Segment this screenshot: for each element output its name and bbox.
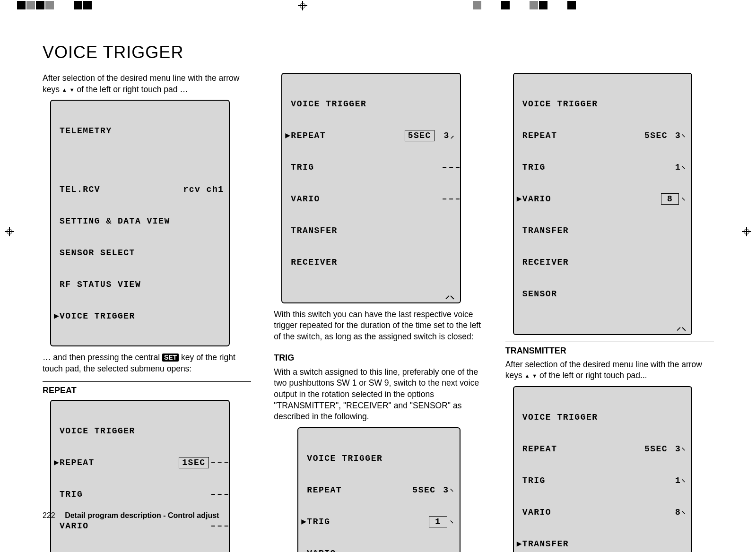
lcd-line: VARIO <box>307 548 336 552</box>
lcd-value: 5SEC <box>639 130 668 141</box>
lcd-switch: 3 <box>436 485 449 496</box>
text: of the left or right touch pad … <box>75 85 188 94</box>
switch-up-icon <box>682 131 686 140</box>
lcd-voice-trigger-repeat-5sec: VOICE TRIGGER ▶REPEAT5SEC3 TRIG––– VARIO… <box>281 73 461 303</box>
print-marks-top <box>0 0 756 10</box>
page-number: 222 <box>43 511 55 520</box>
lcd-title: VOICE TRIGGER <box>522 412 598 423</box>
lcd-switch: ––– <box>442 548 455 552</box>
col1-p2: … and then pressing the central SET key … <box>43 352 251 374</box>
lcd-line: REPEAT <box>522 130 557 141</box>
lcd-switch: ––– <box>211 457 224 468</box>
column-3: VOICE TRIGGER REPEAT5SEC3 TRIG1 ▶VARIO8 … <box>505 73 714 552</box>
lcd-value-box: 5SEC <box>405 130 434 142</box>
column-1: After selection of the desired menu line… <box>43 73 251 552</box>
lcd-voice-trigger-trig: VOICE TRIGGER REPEAT5SEC3 ▶TRIG1 VARIO––… <box>297 427 460 552</box>
lcd-switch: 3 <box>668 444 681 455</box>
switch-up-icon <box>450 486 455 494</box>
lcd-switch: ––– <box>211 521 224 532</box>
lcd-line: VARIO <box>522 194 552 205</box>
lcd-voice-trigger-repeat: VOICE TRIGGER ▶REPEAT1SEC––– TRIG––– VAR… <box>50 400 230 552</box>
switch-up-icon <box>682 195 686 203</box>
lcd-value-box: 8 <box>661 193 679 205</box>
heading-trig: TRIG <box>274 349 482 363</box>
arrow-down-icon <box>70 85 75 94</box>
lcd-line: REPEAT <box>291 130 326 141</box>
lcd-line: TRANSFER <box>291 225 337 236</box>
switch-up-icon <box>450 518 455 526</box>
lcd-line: VARIO <box>60 521 89 532</box>
lcd-line: SETTING & DATA VIEW <box>60 216 170 227</box>
switch-up-icon <box>682 445 686 453</box>
lcd-line: REPEAT <box>522 444 557 455</box>
arrow-up-icon <box>62 85 67 94</box>
lcd-line: SENSOR <box>522 289 557 300</box>
arrow-up-icon <box>525 371 530 380</box>
lcd-line: RECEIVER <box>291 257 337 268</box>
col3-p1: After selection of the desired menu line… <box>505 359 714 381</box>
lcd-line: TRIG <box>60 489 83 500</box>
lcd-switch: 1 <box>668 475 681 486</box>
lcd-switch: 3 <box>668 130 681 141</box>
lcd-title: VOICE TRIGGER <box>522 99 598 110</box>
switch-up-icon <box>682 163 686 172</box>
side-mark-left <box>5 227 14 236</box>
lcd-voice-trigger-vario: VOICE TRIGGER REPEAT5SEC3 TRIG1 ▶VARIO8 … <box>513 73 693 335</box>
col2-p1: With this switch you can have the last r… <box>274 309 482 343</box>
text: of the left or right touch pad... <box>537 371 647 380</box>
lcd-corner-mark-icon: ⸝⸜ <box>677 321 686 332</box>
heading-transmitter: TRANSMITTER <box>505 342 714 356</box>
lcd-switch: 8 <box>668 507 681 518</box>
set-key-icon: SET <box>162 354 179 362</box>
lcd-value: rcv ch1 <box>183 184 224 195</box>
switch-up-icon <box>682 476 686 485</box>
lcd-value-box: 1SEC <box>179 457 209 469</box>
lcd-line-selected: TRANSFER <box>522 539 569 550</box>
col2-p2: With a switch assigned to this line, pre… <box>274 367 482 423</box>
arrow-down-icon <box>532 371 537 380</box>
text: … and then pressing the central <box>43 353 162 362</box>
lcd-line: TRANSFER <box>522 225 569 236</box>
lcd-switch: 3 <box>436 130 450 141</box>
lcd-value: 5SEC <box>408 485 436 496</box>
lcd-title: VOICE TRIGGER <box>307 453 382 464</box>
lcd-switch: ––– <box>442 194 455 205</box>
lcd-title: TELEMETRY <box>60 126 112 137</box>
page-footer: 222 Detail program description - Control… <box>43 511 219 520</box>
lcd-line: SENSOR SELECT <box>60 248 135 259</box>
side-mark-right <box>742 227 751 236</box>
lcd-line: TRIG <box>522 475 546 486</box>
lcd-switch: ––– <box>442 162 455 173</box>
lcd-line: TRIG <box>307 517 330 527</box>
lcd-line: RF STATUS VIEW <box>60 279 141 290</box>
heading-repeat: REPEAT <box>43 381 251 396</box>
lcd-line-selected: VOICE TRIGGER <box>60 311 135 322</box>
lcd-switch: 1 <box>668 162 681 173</box>
lcd-line: REPEAT <box>307 485 342 496</box>
footer-section-title: Detail program description - Control adj… <box>65 511 219 519</box>
lcd-line: RECEIVER <box>522 257 569 268</box>
lcd-line: TEL.RCV <box>60 184 100 195</box>
lcd-line: REPEAT <box>60 457 95 468</box>
column-2: VOICE TRIGGER ▶REPEAT5SEC3 TRIG––– VARIO… <box>274 73 482 552</box>
lcd-telemetry: TELEMETRY TEL.RCVrcv ch1 SETTING & DATA … <box>50 100 230 346</box>
lcd-title: VOICE TRIGGER <box>60 426 135 437</box>
lcd-line: TRIG <box>291 162 314 173</box>
lcd-switch: ––– <box>211 489 224 500</box>
lcd-title: VOICE TRIGGER <box>291 99 366 110</box>
lcd-line: VARIO <box>522 507 552 518</box>
col1-p1: After selection of the desired menu line… <box>43 73 251 95</box>
lcd-line: TRIG <box>522 162 546 173</box>
switch-up-icon <box>682 508 686 517</box>
lcd-corner-mark-icon: ⸝⸜ <box>445 290 455 301</box>
lcd-value-box: 1 <box>429 516 447 528</box>
lcd-value: 5SEC <box>639 444 668 455</box>
page-title: VOICE TRIGGER <box>43 43 714 62</box>
lcd-line: VARIO <box>291 194 320 205</box>
lcd-voice-trigger-transfer: VOICE TRIGGER REPEAT5SEC3 TRIG1 VARIO8 ▶… <box>513 386 693 552</box>
switch-down-icon <box>451 131 455 140</box>
